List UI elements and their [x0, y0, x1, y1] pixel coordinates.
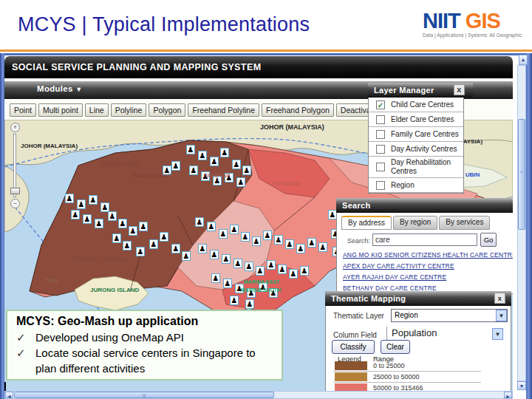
close-icon[interactable]: x	[494, 293, 505, 304]
search-tab[interactable]: By address	[341, 216, 392, 230]
classify-button[interactable]: Classify	[332, 340, 375, 354]
care-centre-marker[interactable]	[71, 210, 80, 219]
search-result-link[interactable]: ANG MO KIO SENIOR CITIZENS HEALTH CARE C…	[343, 251, 514, 259]
care-centre-marker[interactable]	[198, 244, 207, 253]
care-centre-marker[interactable]	[230, 296, 239, 305]
close-icon[interactable]: X	[454, 84, 465, 95]
care-centre-marker[interactable]	[182, 251, 191, 261]
care-centre-marker[interactable]	[245, 262, 253, 271]
care-centre-marker[interactable]	[256, 266, 265, 276]
layer-checkbox[interactable]	[376, 130, 385, 139]
care-centre-marker[interactable]	[123, 241, 132, 250]
check-icon: ✓	[16, 345, 35, 376]
thematic-layer-select[interactable]: Region ▼	[391, 309, 508, 322]
layer-checkbox[interactable]	[376, 100, 385, 109]
vertical-scrollbar-thumb[interactable]	[518, 119, 525, 230]
care-centre-marker[interactable]	[223, 279, 232, 288]
care-centre-marker[interactable]	[263, 231, 272, 240]
search-tab[interactable]: By region	[393, 216, 437, 230]
layer-checkbox[interactable]	[376, 145, 385, 154]
care-centre-marker[interactable]	[222, 254, 231, 264]
care-centre-marker[interactable]	[245, 299, 254, 309]
scroll-right-icon[interactable]: ►	[504, 392, 512, 398]
care-centre-marker[interactable]	[65, 194, 74, 203]
care-centre-marker[interactable]	[171, 161, 180, 171]
care-centre-marker[interactable]	[112, 233, 121, 243]
care-centre-marker[interactable]	[136, 247, 145, 256]
care-centre-marker[interactable]	[233, 259, 242, 268]
zoom-out-icon[interactable]: −	[10, 199, 20, 208]
clear-button[interactable]: Clear	[381, 340, 410, 354]
search-input[interactable]	[372, 233, 477, 246]
search-tab[interactable]: By services	[439, 216, 490, 230]
care-centre-marker[interactable]	[289, 269, 298, 279]
care-centre-marker[interactable]	[198, 151, 207, 160]
care-centre-marker[interactable]	[129, 226, 137, 236]
zoom-slider: + −	[9, 123, 22, 208]
scroll-left-icon[interactable]: ◄	[5, 392, 13, 398]
care-centre-marker[interactable]	[252, 236, 261, 246]
draw-tool-button[interactable]: Polygon	[149, 103, 185, 117]
care-centre-marker[interactable]	[186, 145, 195, 154]
care-centre-marker[interactable]	[195, 217, 204, 227]
care-centre-marker[interactable]	[278, 265, 287, 274]
care-centre-marker[interactable]	[189, 166, 198, 175]
scroll-down-icon[interactable]: ▼	[517, 381, 526, 390]
care-centre-marker[interactable]	[149, 239, 158, 249]
draw-tool-button[interactable]: Polyline	[111, 103, 147, 117]
draw-tool-button[interactable]: Freehand Polyline	[188, 103, 259, 117]
horizontal-scrollbar-thumb[interactable]	[14, 392, 274, 398]
draw-tool-button[interactable]: Line	[85, 103, 109, 117]
layer-row: Day Activity Centres	[369, 142, 463, 157]
care-centre-marker[interactable]	[89, 195, 98, 205]
care-centre-marker[interactable]	[241, 232, 250, 242]
modules-menu[interactable]: Modules ▼	[37, 84, 82, 93]
care-centre-marker[interactable]	[274, 235, 283, 245]
care-centre-marker[interactable]	[220, 148, 229, 157]
care-centre-marker[interactable]	[285, 239, 294, 249]
care-centre-marker[interactable]	[139, 222, 148, 231]
zoom-in-icon[interactable]: +	[10, 123, 20, 132]
draw-tool-button[interactable]: Freehand Polygon	[262, 103, 334, 117]
zoom-slider-track[interactable]	[13, 134, 16, 197]
care-centre-marker[interactable]	[83, 214, 92, 224]
care-centre-marker[interactable]	[242, 166, 251, 175]
draw-tool-button[interactable]: Multi point	[38, 103, 83, 117]
layer-checkbox[interactable]	[376, 163, 385, 171]
legend-color-swatch	[335, 361, 367, 370]
chevron-down-icon[interactable]: ▼	[492, 328, 503, 340]
care-centre-marker[interactable]	[77, 200, 86, 209]
care-centre-marker[interactable]	[210, 250, 219, 259]
column-field-value[interactable]: Population	[386, 327, 475, 340]
care-centre-marker[interactable]	[307, 238, 316, 248]
care-centre-marker[interactable]	[230, 225, 239, 234]
care-centre-marker[interactable]	[236, 177, 245, 187]
callout-bullet-text: Developed using OneMap API	[35, 330, 184, 345]
care-centre-marker[interactable]	[219, 229, 228, 239]
vertical-scrollbar[interactable]	[517, 65, 526, 381]
care-centre-marker[interactable]	[267, 260, 276, 270]
horizontal-scrollbar[interactable]: ◄ ►	[4, 391, 513, 399]
care-centre-marker[interactable]	[300, 266, 309, 276]
draw-tool-button[interactable]: Point	[10, 103, 36, 117]
care-centre-marker[interactable]	[296, 244, 305, 253]
care-centre-marker[interactable]	[160, 232, 168, 242]
care-centre-marker[interactable]	[210, 157, 219, 166]
search-result-link[interactable]: APEX DAY CARE ACTIVITY CENTRE	[343, 262, 514, 270]
care-centre-marker[interactable]	[207, 222, 216, 231]
scroll-up-icon[interactable]: ▲	[519, 55, 528, 65]
care-centre-marker[interactable]	[318, 242, 327, 252]
care-centre-marker[interactable]	[171, 244, 180, 253]
layer-checkbox[interactable]	[376, 181, 385, 190]
care-centre-marker[interactable]	[211, 273, 220, 283]
chevron-down-icon[interactable]: ▼	[496, 310, 507, 321]
go-button[interactable]: Go	[480, 233, 497, 247]
search-panel-body: By address By region By services Search:…	[336, 213, 518, 294]
care-centre-marker[interactable]	[118, 219, 127, 228]
layer-checkbox[interactable]	[376, 115, 385, 124]
care-centre-marker[interactable]	[108, 211, 117, 221]
care-centre-marker[interactable]	[95, 219, 103, 228]
zoom-slider-handle[interactable]	[10, 188, 20, 194]
care-centre-marker[interactable]	[232, 160, 241, 169]
search-result-link[interactable]: AYER RAJAH DAY CARE CENTRE	[343, 273, 514, 281]
